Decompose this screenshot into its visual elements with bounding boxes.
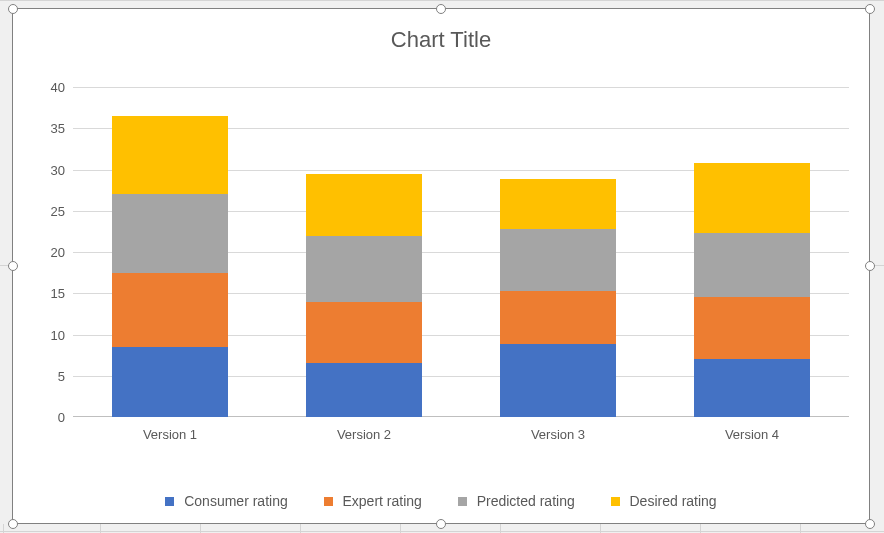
- y-tick-label: 15: [25, 286, 73, 301]
- bar-segment[interactable]: [112, 273, 228, 347]
- gridline: [73, 87, 849, 88]
- legend-label: Desired rating: [630, 493, 717, 509]
- grid-line: [500, 524, 501, 533]
- resize-handle-icon[interactable]: [865, 261, 875, 271]
- bar-stack[interactable]: [694, 163, 810, 417]
- resize-handle-icon[interactable]: [8, 4, 18, 14]
- bar-segment[interactable]: [500, 229, 616, 291]
- legend[interactable]: Consumer rating Expert rating Predicted …: [13, 492, 869, 509]
- legend-label: Predicted rating: [477, 493, 575, 509]
- x-tick-label: Version 4: [725, 417, 779, 442]
- y-tick-label: 20: [25, 245, 73, 260]
- legend-label: Consumer rating: [184, 493, 288, 509]
- bar-segment[interactable]: [694, 359, 810, 417]
- spreadsheet-background: Chart Title 0510152025303540 Version 1Ve…: [0, 0, 884, 533]
- bar-segment[interactable]: [500, 344, 616, 417]
- legend-item-desired[interactable]: Desired rating: [611, 492, 717, 509]
- y-tick-label: 25: [25, 203, 73, 218]
- bar-segment[interactable]: [500, 291, 616, 345]
- bar-segment[interactable]: [306, 302, 422, 364]
- grid-line: [100, 524, 101, 533]
- resize-handle-icon[interactable]: [8, 519, 18, 529]
- legend-swatch-icon: [165, 497, 174, 506]
- y-tick-label: 10: [25, 327, 73, 342]
- x-tick-label: Version 3: [531, 417, 585, 442]
- grid-line: [0, 531, 884, 532]
- bar-segment[interactable]: [112, 194, 228, 272]
- legend-label: Expert rating: [343, 493, 422, 509]
- legend-item-predicted[interactable]: Predicted rating: [458, 492, 575, 509]
- x-tick-label: Version 2: [337, 417, 391, 442]
- plot-area[interactable]: 0510152025303540 Version 1Version 2Versi…: [73, 87, 849, 417]
- bar-segment[interactable]: [694, 233, 810, 297]
- x-tick-label: Version 1: [143, 417, 197, 442]
- resize-handle-icon[interactable]: [865, 519, 875, 529]
- bar-segment[interactable]: [112, 116, 228, 194]
- bar-segment[interactable]: [306, 363, 422, 417]
- grid-line: [3, 524, 4, 533]
- y-tick-label: 35: [25, 121, 73, 136]
- legend-item-expert[interactable]: Expert rating: [324, 492, 422, 509]
- y-tick-label: 40: [25, 80, 73, 95]
- grid-line: [600, 524, 601, 533]
- legend-swatch-icon: [611, 497, 620, 506]
- resize-handle-icon[interactable]: [436, 519, 446, 529]
- bar-segment[interactable]: [694, 163, 810, 233]
- grid-line: [700, 524, 701, 533]
- bar-segment[interactable]: [500, 179, 616, 229]
- resize-handle-icon[interactable]: [436, 4, 446, 14]
- legend-item-consumer[interactable]: Consumer rating: [165, 492, 287, 509]
- grid-line: [800, 524, 801, 533]
- y-tick-label: 30: [25, 162, 73, 177]
- y-tick-label: 0: [25, 410, 73, 425]
- bar-segment[interactable]: [306, 236, 422, 302]
- bar-stack[interactable]: [306, 174, 422, 417]
- bar-segment[interactable]: [694, 297, 810, 359]
- legend-swatch-icon: [324, 497, 333, 506]
- y-tick-label: 5: [25, 368, 73, 383]
- chart-title[interactable]: Chart Title: [13, 27, 869, 53]
- bar-stack[interactable]: [500, 179, 616, 417]
- grid-line: [400, 524, 401, 533]
- bar-stack[interactable]: [112, 116, 228, 417]
- grid-line: [200, 524, 201, 533]
- resize-handle-icon[interactable]: [865, 4, 875, 14]
- legend-swatch-icon: [458, 497, 467, 506]
- resize-handle-icon[interactable]: [8, 261, 18, 271]
- grid-line: [300, 524, 301, 533]
- grid-line: [0, 0, 884, 1]
- bar-segment[interactable]: [112, 347, 228, 417]
- bar-segment[interactable]: [306, 174, 422, 236]
- chart-object[interactable]: Chart Title 0510152025303540 Version 1Ve…: [12, 8, 870, 524]
